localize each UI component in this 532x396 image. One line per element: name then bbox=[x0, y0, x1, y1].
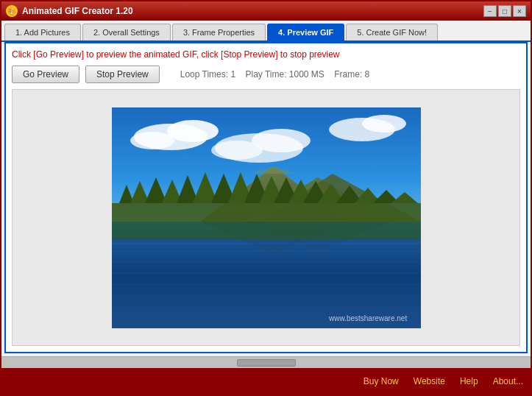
tab-overall-settings[interactable]: 2. Overall Settings bbox=[82, 24, 171, 40]
frame-value: 8 bbox=[365, 69, 370, 79]
about-link[interactable]: About... bbox=[493, 376, 523, 386]
footer: Buy Now Website Help About... bbox=[1, 356, 531, 395]
svg-point-3 bbox=[130, 132, 174, 149]
loop-times-value: 1 bbox=[230, 69, 235, 79]
svg-point-8 bbox=[362, 115, 406, 132]
tabs-bar: 1. Add Pictures 2. Overall Settings 3. F… bbox=[1, 21, 531, 42]
svg-rect-42 bbox=[112, 222, 421, 240]
buy-now-link[interactable]: Buy Now bbox=[363, 376, 399, 386]
play-time-value: 1000 MS bbox=[289, 69, 324, 79]
svg-point-6 bbox=[211, 141, 263, 160]
help-link[interactable]: Help bbox=[460, 376, 478, 386]
loop-times-label: Loop Times: bbox=[180, 69, 228, 79]
footer-scrollbar bbox=[1, 356, 531, 368]
footer-links: Buy Now Website Help About... bbox=[1, 368, 531, 395]
tab-create-gif[interactable]: 5. Create GIF Now! bbox=[346, 24, 438, 40]
tab-frame-properties[interactable]: 3. Frame Properties bbox=[172, 24, 266, 40]
close-button[interactable]: × bbox=[513, 5, 526, 17]
app-icon: 🎨 bbox=[6, 5, 18, 17]
svg-point-2 bbox=[167, 120, 219, 142]
svg-text:www.bestshareware.net: www.bestshareware.net bbox=[328, 314, 407, 322]
title-bar: 🎨 Animated GIF Creator 1.20 − □ × bbox=[1, 1, 531, 21]
window-title: Animated GIF Creator 1.20 bbox=[22, 6, 483, 16]
preview-area: www.bestshareware.net bbox=[12, 89, 520, 346]
preview-image: www.bestshareware.net bbox=[112, 107, 421, 328]
tab-add-pictures[interactable]: 1. Add Pictures bbox=[4, 24, 81, 40]
scrollbar-thumb[interactable] bbox=[237, 359, 296, 367]
playback-info: Loop Times: 1 Play Time: 1000 MS Frame: … bbox=[180, 69, 370, 79]
main-window: 🎨 Animated GIF Creator 1.20 − □ × 1. Add… bbox=[0, 0, 532, 396]
window-controls: − □ × bbox=[483, 5, 526, 17]
minimize-button[interactable]: − bbox=[483, 5, 497, 17]
tab-preview-gif[interactable]: 4. Preview GIF bbox=[267, 24, 344, 40]
main-content: Click [Go Preview] to preview the animat… bbox=[4, 42, 528, 353]
play-time-label: Play Time: bbox=[245, 69, 286, 79]
stop-preview-button[interactable]: Stop Preview bbox=[85, 66, 160, 83]
go-preview-button[interactable]: Go Preview bbox=[12, 66, 79, 83]
instruction-text: Click [Go Preview] to preview the animat… bbox=[12, 49, 520, 60]
controls-row: Go Preview Stop Preview Loop Times: 1 Pl… bbox=[12, 66, 520, 83]
maximize-button[interactable]: □ bbox=[498, 5, 511, 17]
website-link[interactable]: Website bbox=[414, 376, 445, 386]
frame-label: Frame: bbox=[334, 69, 362, 79]
